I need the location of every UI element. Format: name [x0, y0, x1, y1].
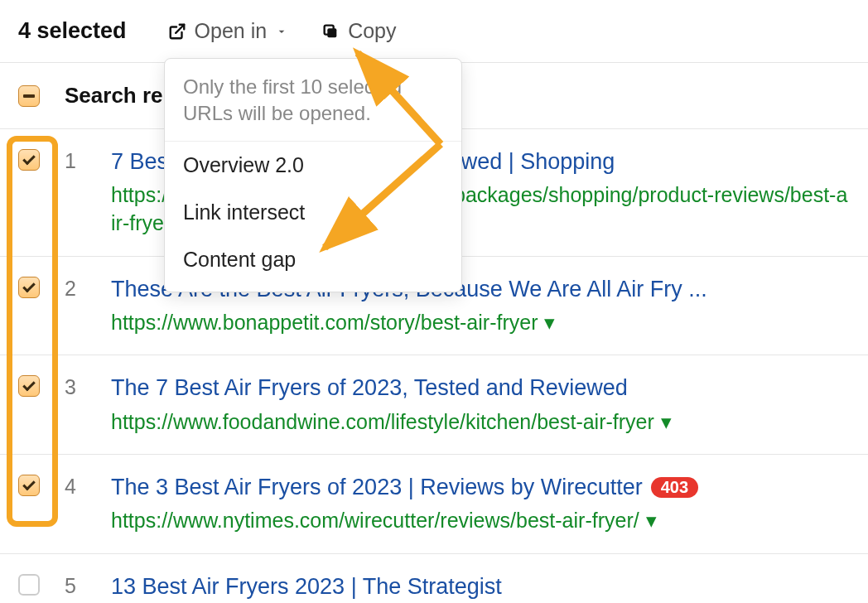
table-row: 513 Best Air Fryers 2023 | The Strategis…: [0, 554, 868, 603]
result-url[interactable]: https://www.bonappetit.com/story/best-ai…: [111, 309, 851, 337]
copy-icon: [321, 22, 340, 41]
result-url[interactable]: https://www.foodandwine.com/lifestyle/ki…: [111, 408, 851, 437]
check-icon: [22, 379, 36, 392]
result-title-link[interactable]: 13 Best Air Fryers 2023 | The Strategist: [111, 572, 502, 601]
dropdown-item-content-gap[interactable]: Content gap: [165, 236, 461, 283]
table-row: 3The 7 Best Air Fryers of 2023, Tested a…: [0, 355, 868, 455]
external-link-icon: [168, 22, 186, 41]
result-url-text: https://www.nytimes.com/wirecutter/revie…: [111, 509, 639, 532]
row-rank: 4: [65, 475, 86, 499]
title-line: 13 Best Air Fryers 2023 | The Strategist: [111, 572, 851, 601]
row-rank: 1: [65, 149, 86, 173]
result-body: The 7 Best Air Fryers of 2023, Tested an…: [111, 374, 868, 436]
check-icon: [22, 478, 36, 491]
result-body: 13 Best Air Fryers 2023 | The Strategist…: [111, 572, 868, 603]
row-checkbox[interactable]: [18, 277, 40, 298]
select-all-checkbox[interactable]: [18, 85, 40, 107]
chevron-down-icon[interactable]: ▾: [544, 309, 555, 337]
dropdown-item-link-intersect[interactable]: Link intersect: [165, 189, 461, 236]
title-line: The 7 Best Air Fryers of 2023, Tested an…: [111, 374, 851, 403]
dropdown-item-overview[interactable]: Overview 2.0: [165, 142, 461, 189]
row-rank: 3: [65, 375, 86, 399]
open-in-dropdown: Only the first 10 selected URLs will be …: [164, 58, 462, 292]
copy-button[interactable]: Copy: [321, 19, 396, 43]
row-checkbox[interactable]: [18, 149, 40, 171]
result-body: The 3 Best Air Fryers of 2023 | Reviews …: [111, 473, 868, 535]
result-title-link[interactable]: The 7 Best Air Fryers of 2023, Tested an…: [111, 374, 628, 403]
toolbar: 4 selected Open in Copy: [0, 0, 868, 62]
check-icon: [22, 279, 36, 292]
indeterminate-icon: [23, 94, 35, 98]
toolbar-actions: Open in Copy: [168, 19, 397, 43]
title-line: The 3 Best Air Fryers of 2023 | Reviews …: [111, 473, 851, 502]
row-checkbox[interactable]: [18, 574, 40, 596]
row-checkbox[interactable]: [18, 375, 40, 397]
column-header-search-results[interactable]: Search re: [65, 83, 163, 109]
open-in-button[interactable]: Open in: [168, 19, 289, 43]
dropdown-note: Only the first 10 selected URLs will be …: [165, 74, 461, 142]
copy-label: Copy: [348, 19, 396, 43]
status-badge: 403: [651, 477, 698, 498]
open-in-label: Open in: [195, 19, 268, 43]
check-icon: [22, 152, 36, 166]
result-url[interactable]: https://www.nytimes.com/wirecutter/revie…: [111, 507, 851, 535]
row-rank: 2: [65, 277, 86, 301]
row-rank: 5: [65, 574, 86, 598]
selected-count: 4 selected: [18, 18, 127, 44]
row-checkbox[interactable]: [18, 475, 40, 496]
chevron-down-icon: [275, 19, 288, 43]
table-row: 4The 3 Best Air Fryers of 2023 | Reviews…: [0, 455, 868, 554]
result-url-text: https://www.foodandwine.com/lifestyle/ki…: [111, 410, 654, 433]
chevron-down-icon[interactable]: ▾: [661, 408, 672, 437]
result-url-text: https://www.bonappetit.com/story/best-ai…: [111, 311, 538, 334]
result-title-link[interactable]: The 3 Best Air Fryers of 2023 | Reviews …: [111, 473, 643, 502]
svg-rect-1: [327, 28, 336, 37]
chevron-down-icon[interactable]: ▾: [646, 507, 657, 535]
svg-line-0: [176, 24, 184, 32]
